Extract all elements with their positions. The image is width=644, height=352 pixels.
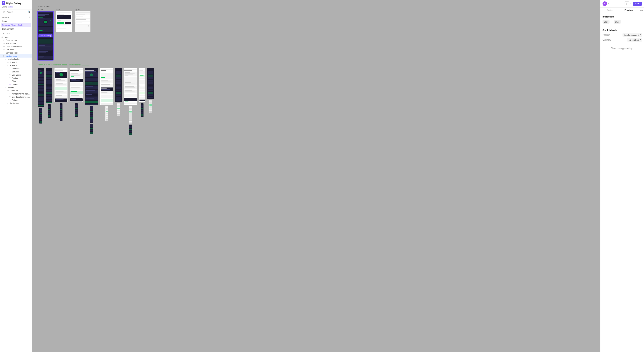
overflow-select[interactable]: No scrolling Horizontal Vertical Both (627, 38, 642, 42)
layer-case-studies[interactable]: ▭ Case studies block (0, 45, 32, 48)
pro-thumb[interactable] (129, 106, 132, 124)
pro-thumb[interactable] (70, 68, 83, 102)
pro-thumb[interactable] (124, 68, 137, 105)
remove-interaction-button[interactable]: − (640, 20, 642, 23)
search-icon[interactable]: 🔍 (28, 10, 30, 14)
tab-assets[interactable]: Assets (7, 10, 13, 14)
page-item-components[interactable]: Components (1, 27, 31, 31)
play-button[interactable]: ▷ (624, 2, 629, 6)
pro-thumb[interactable] (129, 124, 132, 135)
svg-rect-63 (38, 78, 44, 80)
app-logo: P (2, 2, 5, 5)
svg-rect-132 (60, 111, 62, 112)
pro-thumb[interactable] (147, 68, 154, 99)
pro-thumb[interactable] (90, 106, 93, 123)
add-interaction-button[interactable]: + (640, 15, 642, 18)
layer-cta-block[interactable]: ▭ CTA block (0, 48, 32, 51)
layer-process-block[interactable]: ▭ Process block (0, 42, 32, 45)
interaction-action-pill[interactable]: Style (614, 20, 621, 24)
style-frame-thumb[interactable] (56, 11, 72, 32)
pro-col-8 (124, 68, 137, 135)
svg-rect-332 (148, 85, 153, 86)
svg-rect-136 (60, 119, 62, 120)
layer-use-cases[interactable]: T Use Cases (0, 73, 32, 76)
interaction-arrow-icon: → (610, 21, 613, 23)
layer-nav-text-2[interactable]: T Our digital marketin... (0, 95, 32, 98)
svg-rect-298 (129, 129, 132, 130)
svg-rect-90 (46, 85, 52, 86)
pro-thumb[interactable] (141, 104, 144, 118)
svg-rect-44 (57, 26, 72, 26)
svg-rect-54 (76, 22, 90, 24)
page-item-cover[interactable]: Cover (1, 20, 31, 23)
share-button[interactable]: Share (633, 2, 642, 6)
svg-rect-139 (70, 70, 79, 71)
tab-file[interactable]: File (2, 10, 5, 14)
svg-rect-156 (71, 95, 79, 96)
layer-header[interactable]: ○ Header (0, 86, 32, 89)
pro-thumb[interactable] (48, 104, 50, 118)
show-prototype-settings-button[interactable]: Show prototype settings (600, 45, 644, 51)
pro-thumb-proven-success[interactable] (85, 68, 98, 105)
layer-nav-text-1[interactable]: T Navigating the digit... (0, 92, 32, 95)
myw-frame-thumb[interactable]: ✦ (75, 11, 90, 32)
svg-rect-274 (125, 86, 134, 87)
app-name-chevron-icon[interactable]: ▾ (22, 2, 23, 4)
interaction-trigger-pill[interactable]: Click (602, 20, 610, 24)
layer-home[interactable]: ⬡ Home (0, 36, 32, 39)
tab-design[interactable]: Design (600, 8, 620, 13)
main-canvas[interactable]: Positrius Free Home (32, 0, 600, 352)
pro-thumb[interactable] (60, 104, 62, 121)
layer-services-block[interactable]: ▭ Services block (0, 51, 32, 54)
pro-thumb[interactable] (40, 108, 42, 124)
page-item-desktop[interactable]: Desktop, Phone, Style (1, 23, 31, 27)
layer-illustration[interactable]: ○ Illustration (0, 102, 32, 105)
layer-pricing[interactable]: T Pricing (0, 76, 32, 80)
layer-frame-9[interactable]: ▭ Frame 9 (0, 61, 32, 64)
svg-rect-287 (129, 106, 132, 107)
add-page-button[interactable]: + (29, 16, 30, 19)
pro-thumb[interactable] (139, 68, 145, 102)
svg-rect-195 (90, 117, 93, 118)
svg-rect-84 (46, 70, 50, 70)
text-icon: T (10, 77, 11, 79)
frame-icon: ▭ (3, 52, 5, 54)
pro-thumb[interactable] (75, 104, 78, 118)
layer-frame-10[interactable]: ○ Frame 10 (0, 64, 32, 67)
svg-rect-315 (140, 97, 145, 99)
svg-rect-193 (90, 113, 93, 114)
free-section: Positrius Free Home (38, 5, 595, 60)
layer-button-2[interactable]: ◇ Button (0, 98, 32, 102)
pro-thumb[interactable] (38, 68, 44, 107)
layer-group-cards[interactable]: ○ Group of cards (0, 39, 32, 42)
svg-rect-71 (38, 99, 44, 102)
layer-blog[interactable]: T Blog (0, 80, 32, 83)
pro-thumb[interactable] (54, 68, 68, 102)
svg-rect-101 (48, 109, 50, 110)
home-frame-thumb[interactable]: 1440 × 771 Hug (38, 11, 54, 60)
frame-icon: ▭ (7, 62, 9, 63)
pro-thumb[interactable] (105, 106, 108, 121)
svg-rect-113 (56, 80, 65, 81)
pro-thumb-pricing[interactable] (100, 68, 113, 105)
svg-rect-297 (129, 126, 132, 128)
layer-landing-page[interactable]: ⬡ Landing page (0, 54, 32, 58)
layer-about-us[interactable]: T About us (0, 67, 32, 70)
layer-button-1[interactable]: ◇ Button (0, 83, 32, 86)
pro-thumb[interactable] (117, 104, 120, 116)
layer-services[interactable]: T Services (0, 70, 32, 73)
svg-rect-81 (40, 121, 42, 123)
pro-thumb[interactable] (46, 68, 52, 103)
tab-prototype[interactable]: Prototype (620, 8, 638, 13)
pro-thumb[interactable] (90, 124, 93, 134)
svg-rect-126 (56, 99, 64, 100)
svg-rect-127 (56, 100, 61, 100)
position-select[interactable]: Scroll with parent Fixed Sticky (622, 33, 642, 37)
svg-rect-313 (140, 92, 145, 94)
svg-rect-19 (39, 40, 47, 40)
pro-thumb[interactable] (115, 68, 122, 102)
layer-frame-13[interactable]: ▭ Frame 13 (0, 89, 32, 92)
layer-nav-bar[interactable]: ○ Navigation bar (0, 58, 32, 61)
pro-thumb[interactable] (149, 100, 152, 113)
frame-icon: ▭ (3, 49, 5, 50)
